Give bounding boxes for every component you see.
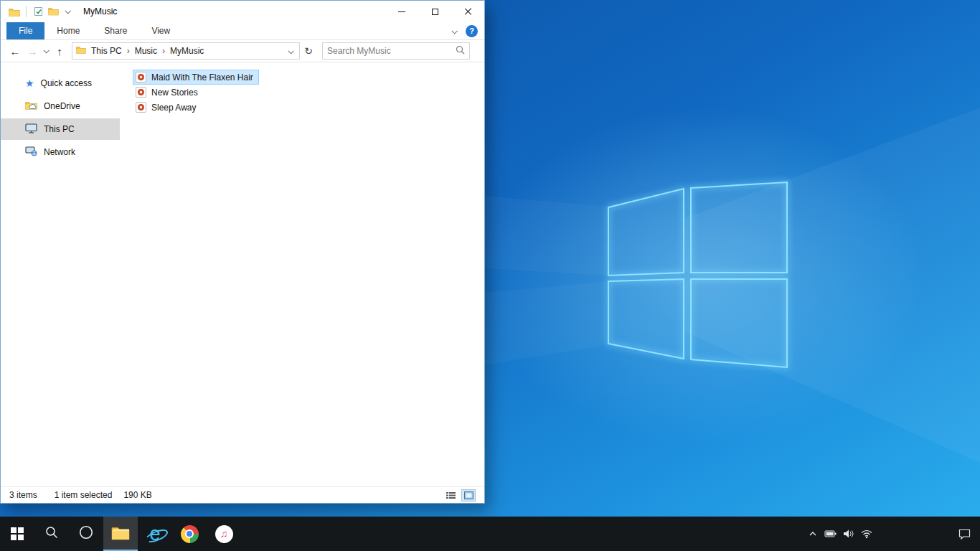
window-body: ★ Quick access OneDrive This PC — [1, 62, 484, 486]
recent-locations-chevron-icon[interactable] — [41, 42, 51, 60]
sidebar-item-label: Quick access — [41, 78, 92, 88]
address-dropdown-chevron-icon[interactable] — [286, 46, 296, 56]
music-file-icon — [136, 72, 146, 83]
large-icons-view-button[interactable] — [461, 489, 476, 501]
ribbon-collapse-chevron-icon[interactable] — [452, 26, 456, 36]
quick-access-star-icon: ★ — [25, 78, 34, 88]
forward-button[interactable]: → — [24, 42, 41, 60]
tab-share[interactable]: Share — [92, 22, 139, 39]
tab-home[interactable]: Home — [44, 22, 92, 39]
qat-new-folder-icon[interactable] — [46, 4, 60, 19]
address-folder-icon — [76, 46, 86, 57]
file-item-sleep-away[interactable]: Sleep Away — [133, 100, 202, 115]
selection-size: 190 KB — [123, 490, 151, 500]
maximize-button[interactable] — [418, 1, 451, 22]
items-count: 3 items — [9, 490, 37, 500]
wifi-icon[interactable] — [857, 517, 875, 551]
taskbar-search-button[interactable] — [34, 517, 69, 551]
breadcrumb-mymusic[interactable]: MyMusic — [165, 46, 209, 56]
file-item-maid-with-the-flaxen-hair[interactable]: Maid With The Flaxen Hair — [133, 70, 259, 85]
volume-icon[interactable] — [839, 517, 857, 551]
up-button[interactable]: ↑ — [51, 42, 68, 60]
start-button[interactable] — [0, 517, 34, 551]
ribbon-right-controls: ? — [452, 22, 484, 39]
back-button[interactable]: ← — [6, 42, 24, 60]
minimize-button[interactable] — [385, 1, 418, 22]
file-explorer-window: MyMusic File Home Share View ? ← → ↑ — [0, 0, 485, 504]
internet-explorer-icon: e — [149, 524, 160, 544]
this-pc-monitor-icon — [25, 123, 37, 136]
refresh-button[interactable]: ↻ — [300, 42, 317, 60]
sidebar-item-quick-access[interactable]: ★ Quick access — [1, 72, 120, 94]
minimize-icon — [398, 11, 405, 12]
titlebar[interactable]: MyMusic — [1, 1, 484, 22]
sidebar-item-label: Network — [44, 147, 75, 157]
cortana-button[interactable] — [69, 517, 103, 551]
window-title: MyMusic — [83, 6, 117, 17]
breadcrumb-music[interactable]: Music — [130, 46, 162, 56]
sidebar-item-onedrive[interactable]: OneDrive — [1, 95, 120, 117]
search-icon[interactable] — [456, 45, 465, 57]
taskbar-itunes-button[interactable]: ♫ — [207, 517, 241, 551]
music-file-icon — [136, 102, 146, 113]
taskbar: e ♫ — [0, 517, 980, 551]
tab-view[interactable]: View — [139, 22, 182, 39]
breadcrumb-this-pc[interactable]: This PC — [86, 46, 127, 56]
file-item-new-stories[interactable]: New Stories — [133, 85, 204, 100]
close-button[interactable] — [451, 1, 484, 22]
maximize-icon — [432, 9, 438, 15]
qat-properties-icon[interactable] — [32, 4, 46, 19]
windows-logo-icon — [11, 527, 24, 540]
view-toggles — [443, 489, 476, 501]
file-name: New Stories — [151, 88, 198, 98]
address-bar[interactable]: This PC › Music › MyMusic — [72, 42, 300, 60]
taskbar-file-explorer-button[interactable] — [103, 517, 138, 551]
sidebar-item-label: This PC — [44, 124, 75, 134]
search-icon — [44, 525, 59, 542]
network-icon — [25, 146, 37, 159]
taskbar-internet-explorer-button[interactable]: e — [138, 517, 172, 551]
chrome-icon — [181, 525, 199, 543]
battery-icon[interactable] — [821, 517, 839, 551]
search-input[interactable] — [327, 46, 456, 56]
onedrive-cloud-icon — [25, 100, 37, 112]
desktop: MyMusic File Home Share View ? ← → ↑ — [0, 0, 980, 551]
window-controls — [385, 1, 484, 22]
file-list: Maid With The Flaxen Hair New Stories Sl… — [120, 62, 484, 486]
music-file-icon — [136, 87, 146, 98]
selection-count: 1 item selected — [55, 490, 113, 500]
status-bar: 3 items 1 item selected 190 KB — [1, 486, 484, 503]
qat-separator — [26, 6, 27, 17]
taskbar-chrome-button[interactable] — [172, 517, 207, 551]
music-note-glyph: ♫ — [220, 528, 228, 540]
details-view-button[interactable] — [443, 489, 458, 501]
sidebar-item-this-pc[interactable]: This PC — [1, 118, 120, 140]
file-name: Maid With The Flaxen Hair — [151, 72, 253, 83]
sidebar-item-network[interactable]: Network — [1, 141, 120, 163]
ribbon-tab-row: File Home Share View ? — [1, 22, 484, 40]
file-name: Sleep Away — [151, 103, 197, 113]
window-folder-icon[interactable] — [7, 4, 22, 19]
help-button[interactable]: ? — [466, 25, 478, 37]
search-box — [322, 42, 470, 60]
qat-customize-chevron-icon[interactable] — [60, 4, 75, 19]
navigation-bar: ← → ↑ This PC › Music › MyMusic ↻ — [1, 40, 484, 62]
itunes-icon: ♫ — [215, 525, 233, 543]
file-explorer-icon — [111, 525, 130, 543]
navigation-pane: ★ Quick access OneDrive This PC — [1, 62, 120, 486]
sidebar-item-label: OneDrive — [44, 101, 80, 111]
tab-file[interactable]: File — [6, 22, 44, 39]
cortana-circle-icon — [78, 524, 94, 543]
action-center-button[interactable] — [948, 517, 980, 551]
tray-chevron-up-icon[interactable] — [804, 517, 821, 551]
close-icon — [463, 7, 472, 16]
system-tray — [804, 517, 875, 551]
